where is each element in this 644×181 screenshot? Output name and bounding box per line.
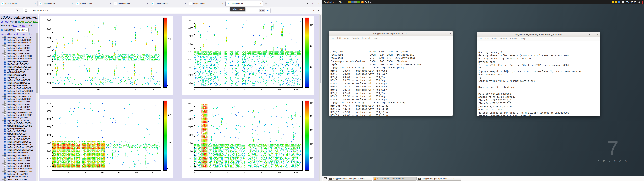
tree-item[interactable]: lowEnergyXYTotalDSSD2 xyxy=(0,82,38,84)
terminal-window-carme-sort[interactable]: npg@carme-gsi:~/Programs/CARME_Sort/buil… xyxy=(477,32,600,116)
tree-item[interactable]: highEnergyXYDSSD3 xyxy=(0,132,38,135)
tree-item[interactable]: lowEnergyEyYRate1sDSSD3 xyxy=(0,149,38,151)
keyboard-icon[interactable] xyxy=(622,1,624,3)
tree-item[interactable]: lowEnergyXYDSSD2 xyxy=(0,74,38,76)
menu-item[interactable]: Edit xyxy=(336,37,342,39)
heatmap-bottom-left[interactable] xyxy=(40,99,173,178)
tree-item[interactable]: lowEnergyExTotalDSSD3 xyxy=(0,160,38,162)
tree-item[interactable]: lowEnergyExXTotalDSSD1 xyxy=(0,39,38,42)
menu-item[interactable]: Search xyxy=(498,37,508,40)
taskbar-window-button[interactable]: >_ npg@carme-gsi:~/Programs/CARME... xyxy=(328,177,372,181)
input-method-icon[interactable] xyxy=(615,1,617,3)
tree-item[interactable]: lowEnergyExEyPairDSSD3 xyxy=(0,122,38,124)
tree-item[interactable]: highEnergyXYDSSD2 xyxy=(0,76,38,79)
menu-item[interactable]: File xyxy=(477,37,484,40)
close-button[interactable]: × xyxy=(597,33,598,36)
heatmap-top-left[interactable] xyxy=(40,16,173,95)
json-link[interactable]: json xyxy=(13,24,17,27)
browser-tab[interactable]: √ Online server × xyxy=(113,1,150,6)
browser-tab[interactable]: √ Online server × xyxy=(226,1,263,6)
new-tab-button[interactable]: + xyxy=(263,2,270,5)
app-indicator-icon[interactable] xyxy=(354,1,356,3)
back-button[interactable]: ← xyxy=(0,9,7,12)
input-method-icon[interactable] xyxy=(618,1,620,3)
maximize-button[interactable]: □ xyxy=(446,32,447,35)
tree-item[interactable]: lowEnergyEyRateDSSD3 xyxy=(0,162,38,165)
menu-item[interactable]: Search xyxy=(350,37,360,39)
tree-item[interactable]: lowEnergyExXRateDSSD2 xyxy=(0,84,38,87)
tree-item[interactable]: lowEnergyExTotalDSSD2 xyxy=(0,103,38,106)
overflow-menu-icon[interactable]: » xyxy=(311,9,317,12)
tree-action-link[interactable]: clear xyxy=(28,33,32,35)
tree-item[interactable]: lowEnergyEyRate1sDSSD1 xyxy=(0,55,38,58)
heatmap-top-right[interactable] xyxy=(182,16,314,95)
tree-item[interactable]: lowEnergyExEyPairDSSD2 xyxy=(0,66,38,68)
show-desktop-button[interactable] xyxy=(323,177,327,181)
tab-close-icon[interactable]: × xyxy=(184,2,186,5)
browser-tab[interactable]: √ Online server × xyxy=(0,1,38,6)
tab-close-icon[interactable]: × xyxy=(34,2,36,5)
tree-item[interactable]: lowEnergyXYRateDSSD2 xyxy=(0,79,38,82)
bookmark-star-icon[interactable]: ★ xyxy=(266,9,269,12)
clock[interactable]: Tue 05:35 xyxy=(626,1,637,3)
minimize-button[interactable]: – xyxy=(307,2,308,5)
layout-select[interactable]: grid 2x2 xyxy=(16,28,28,32)
tree-item[interactable]: lowEnergyXYDSSD3 xyxy=(0,130,38,132)
tree-action-link[interactable]: close all xyxy=(10,33,18,35)
heatmap-bottom-right[interactable] xyxy=(182,99,314,178)
jsroot-link[interactable]: JSROOT xyxy=(1,20,10,23)
tab-close-icon[interactable]: × xyxy=(72,2,74,5)
tree-item[interactable]: lowEnergyExXTotalDSSD2 xyxy=(0,95,38,98)
taskbar-window-button[interactable]: >_ npg@carme-gsi:/TapeData/G22-201 xyxy=(417,177,461,181)
page-scrollbar[interactable] xyxy=(320,14,322,181)
shield-icon[interactable] xyxy=(25,9,27,12)
tree-item[interactable]: lowEnergyExRateDSSD3 xyxy=(0,165,38,168)
tree-item[interactable]: lowEnergyExRate1sDSSD2 xyxy=(0,114,38,116)
tab-close-icon[interactable]: × xyxy=(147,2,149,5)
sidebar-scrollbar[interactable] xyxy=(36,33,38,181)
hamburger-menu-icon[interactable]: ≡ xyxy=(317,9,322,12)
xml-link[interactable]: xml xyxy=(22,24,26,27)
tree-item[interactable]: lowEnergyExEyDSSD3 xyxy=(0,116,38,119)
tree-item[interactable]: lowEnergyChannelADC xyxy=(0,173,38,176)
tree-item[interactable]: highEnergyExEyDSSD3 xyxy=(0,119,38,122)
places-menu[interactable]: Places xyxy=(337,1,347,3)
sidebar-scrollbar-thumb[interactable] xyxy=(36,33,38,93)
tree-item[interactable]: lowEnergyEyRateDSSD2 xyxy=(0,106,38,108)
tab-close-icon[interactable]: × xyxy=(109,2,111,5)
taskbar-window-button[interactable]: >_ Online server — Mozilla Firefox xyxy=(373,177,416,181)
tab-close-icon[interactable]: × xyxy=(260,2,262,5)
tree-item[interactable]: lowEnergyExRateDSSD1 xyxy=(0,52,38,55)
tree-item[interactable]: lowEnergyExTotalDSSD1 xyxy=(0,47,38,50)
terminal-output[interactable]: Opening dataspy 0dataSpy Shared buffer a… xyxy=(477,41,600,116)
tree-action-link[interactable]: open all xyxy=(1,33,9,35)
tree-item[interactable]: lowEnergyXYTotalDSSD3 xyxy=(0,138,38,140)
menu-item[interactable]: Edit xyxy=(484,37,490,40)
tree-item[interactable]: lowEnergyExEyDSSD2 xyxy=(0,60,38,63)
tree-item[interactable]: lowEnergyEyYRate1sDSSD2 xyxy=(0,92,38,95)
terminal-titlebar[interactable]: npg@carme-gsi:~/Programs/CARME_Sort/buil… xyxy=(477,32,600,37)
terminal-output[interactable]: /dev/sdb2 1014M 226M 789M 23% /boot/dev/… xyxy=(329,40,453,116)
zoom-level-indicator[interactable]: 90% xyxy=(259,9,265,12)
app-indicator-icon[interactable] xyxy=(358,1,360,3)
browser-tab[interactable]: √ Online server × xyxy=(188,1,226,6)
tree-item[interactable]: highEnergyExEyDSSDPair2 xyxy=(0,68,38,71)
tree-item[interactable]: lowEnergyXYRateDSSD3 xyxy=(0,135,38,138)
tree-item[interactable]: lowEnergyExXRate1sDSSD2 xyxy=(0,90,38,92)
input-method-icon[interactable] xyxy=(612,1,614,3)
app-indicator-icon[interactable] xyxy=(351,1,354,3)
menu-item[interactable]: View xyxy=(490,37,498,40)
terminal-window-tapedata[interactable]: npg@carme-gsi:/TapeData/G22-201 – □ × Fi… xyxy=(329,31,453,116)
tree-item[interactable]: lowEnergyExXRate1sDSSD3 xyxy=(0,146,38,149)
tree-item[interactable]: xyMultiplicityDSSD2 xyxy=(0,71,38,74)
maximize-button[interactable]: □ xyxy=(593,33,594,36)
page-scrollbar-thumb[interactable] xyxy=(320,14,322,83)
menu-item[interactable]: Terminal xyxy=(360,37,372,39)
tree-item[interactable]: lowEnergyEyRateDSSD1 xyxy=(0,50,38,52)
tree-item[interactable]: lowEnergyEyYRateDSSD3 xyxy=(0,143,38,146)
browser-tab[interactable]: √ Online server × xyxy=(75,1,113,6)
tree-item[interactable]: lowEnergyEyYTotalDSSD2 xyxy=(0,98,38,100)
tree-item[interactable]: lowEnergyExXRateDSSD3 xyxy=(0,140,38,143)
reload-button[interactable]: ⟳ xyxy=(14,9,20,12)
tree-item[interactable]: deltaCorrelationScaler xyxy=(0,178,38,181)
